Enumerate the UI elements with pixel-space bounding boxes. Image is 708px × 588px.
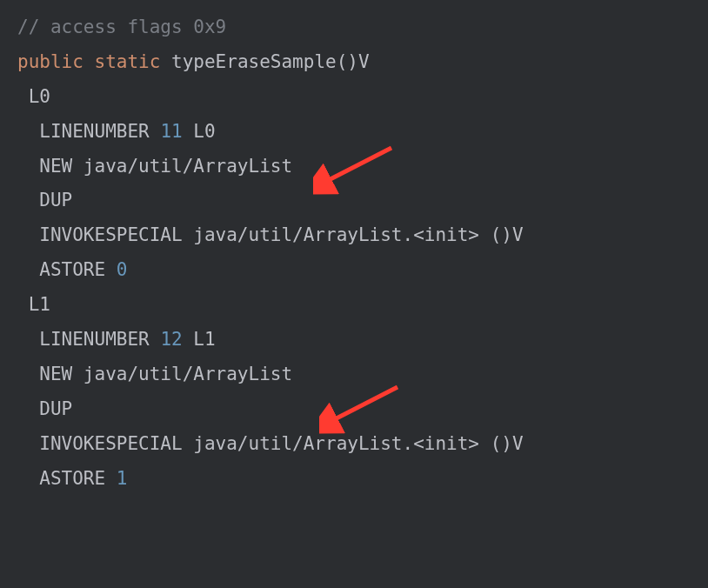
code-line-new: NEW java/util/ArrayList [17, 357, 691, 392]
code-line-signature: public static typeEraseSample()V [17, 45, 691, 80]
code-line-new: NEW java/util/ArrayList [17, 150, 691, 184]
method-name: typeEraseSample()V [160, 51, 369, 72]
line-number-value: 12 [160, 329, 182, 350]
code-line-label: L1 [17, 288, 691, 323]
code-line-astore: ASTORE 1 [17, 462, 691, 497]
comment-text: // access flags 0x9 [17, 17, 226, 37]
astore-index: 0 [117, 259, 128, 280]
line-number-value: 11 [160, 121, 182, 142]
code-line-linenumber: LINENUMBER 12 L1 [17, 323, 691, 357]
code-line-astore: ASTORE 0 [17, 253, 691, 288]
keyword-static: static [95, 51, 161, 72]
astore-index: 1 [117, 468, 128, 489]
code-line-invokespecial: INVOKESPECIAL java/util/ArrayList.<init>… [17, 218, 691, 253]
code-line-dup: DUP [17, 184, 691, 218]
code-line-dup: DUP [17, 392, 691, 427]
keyword-public: public [17, 51, 83, 72]
code-line-comment: // access flags 0x9 [17, 10, 691, 45]
code-line-label: L0 [17, 80, 691, 115]
code-line-linenumber: LINENUMBER 11 L0 [17, 115, 691, 150]
code-line-invokespecial: INVOKESPECIAL java/util/ArrayList.<init>… [17, 427, 691, 462]
